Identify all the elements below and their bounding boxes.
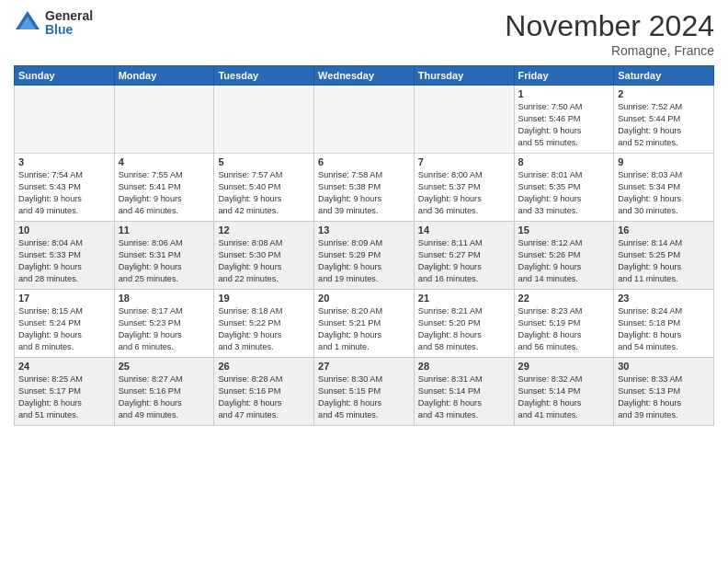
calendar-week-row: 17Sunrise: 8:15 AM Sunset: 5:24 PM Dayli… (15, 290, 714, 358)
calendar-week-row: 24Sunrise: 8:25 AM Sunset: 5:17 PM Dayli… (15, 358, 714, 426)
logo-blue-text: Blue (45, 23, 93, 37)
day-info: Sunrise: 8:30 AM Sunset: 5:15 PM Dayligh… (318, 373, 410, 421)
calendar-cell (414, 86, 514, 154)
calendar-cell: 27Sunrise: 8:30 AM Sunset: 5:15 PM Dayli… (314, 358, 415, 426)
day-number: 20 (318, 293, 410, 304)
calendar-cell: 2Sunrise: 7:52 AM Sunset: 5:44 PM Daylig… (614, 86, 714, 154)
subtitle: Romagne, France (505, 43, 714, 58)
day-info: Sunrise: 8:12 AM Sunset: 5:26 PM Dayligh… (518, 237, 610, 285)
calendar-cell: 12Sunrise: 8:08 AM Sunset: 5:30 PM Dayli… (214, 222, 314, 290)
day-number: 11 (119, 224, 210, 236)
day-info: Sunrise: 8:14 AM Sunset: 5:25 PM Dayligh… (618, 237, 710, 285)
logo-text: General Blue (45, 9, 93, 38)
calendar-cell: 14Sunrise: 8:11 AM Sunset: 5:27 PM Dayli… (414, 222, 514, 290)
day-info: Sunrise: 8:03 AM Sunset: 5:34 PM Dayligh… (618, 169, 710, 217)
day-info: Sunrise: 8:24 AM Sunset: 5:18 PM Dayligh… (618, 305, 710, 353)
day-number: 5 (218, 156, 310, 167)
day-info: Sunrise: 8:23 AM Sunset: 5:19 PM Dayligh… (518, 305, 610, 353)
calendar-cell: 19Sunrise: 8:18 AM Sunset: 5:22 PM Dayli… (214, 290, 314, 358)
day-info: Sunrise: 8:01 AM Sunset: 5:35 PM Dayligh… (518, 169, 610, 217)
day-number: 15 (518, 224, 610, 236)
day-number: 27 (318, 361, 410, 372)
day-info: Sunrise: 7:54 AM Sunset: 5:43 PM Dayligh… (18, 169, 110, 217)
calendar-header-row: SundayMondayTuesdayWednesdayThursdayFrid… (15, 66, 714, 86)
day-number: 26 (218, 361, 310, 372)
calendar-cell: 3Sunrise: 7:54 AM Sunset: 5:43 PM Daylig… (15, 154, 115, 222)
calendar-cell: 22Sunrise: 8:23 AM Sunset: 5:19 PM Dayli… (514, 290, 614, 358)
calendar-table: SundayMondayTuesdayWednesdayThursdayFrid… (14, 65, 714, 426)
day-number: 30 (618, 361, 710, 372)
day-info: Sunrise: 8:20 AM Sunset: 5:21 PM Dayligh… (318, 305, 410, 353)
calendar-cell: 18Sunrise: 8:17 AM Sunset: 5:23 PM Dayli… (114, 290, 214, 358)
day-info: Sunrise: 8:32 AM Sunset: 5:14 PM Dayligh… (518, 373, 610, 421)
day-number: 28 (418, 361, 510, 372)
day-number: 6 (318, 156, 410, 167)
day-number: 14 (418, 224, 510, 236)
calendar-cell: 4Sunrise: 7:55 AM Sunset: 5:41 PM Daylig… (114, 154, 214, 222)
day-number: 7 (418, 156, 510, 167)
day-info: Sunrise: 8:28 AM Sunset: 5:16 PM Dayligh… (218, 373, 310, 421)
column-header-thursday: Thursday (414, 66, 514, 86)
month-title: November 2024 (505, 9, 714, 43)
day-info: Sunrise: 7:55 AM Sunset: 5:41 PM Dayligh… (119, 169, 210, 217)
day-number: 2 (618, 88, 710, 99)
calendar-week-row: 1Sunrise: 7:50 AM Sunset: 5:46 PM Daylig… (15, 86, 714, 154)
calendar-cell: 29Sunrise: 8:32 AM Sunset: 5:14 PM Dayli… (514, 358, 614, 426)
day-info: Sunrise: 7:58 AM Sunset: 5:38 PM Dayligh… (318, 169, 410, 217)
day-info: Sunrise: 8:33 AM Sunset: 5:13 PM Dayligh… (618, 373, 710, 421)
day-number: 16 (618, 224, 710, 236)
day-info: Sunrise: 7:52 AM Sunset: 5:44 PM Dayligh… (618, 101, 710, 149)
day-info: Sunrise: 8:31 AM Sunset: 5:14 PM Dayligh… (418, 373, 510, 421)
day-info: Sunrise: 8:04 AM Sunset: 5:33 PM Dayligh… (18, 237, 110, 285)
calendar-cell: 1Sunrise: 7:50 AM Sunset: 5:46 PM Daylig… (514, 86, 614, 154)
calendar-cell: 23Sunrise: 8:24 AM Sunset: 5:18 PM Dayli… (614, 290, 714, 358)
calendar-cell (314, 86, 415, 154)
day-info: Sunrise: 8:08 AM Sunset: 5:30 PM Dayligh… (218, 237, 310, 285)
day-number: 24 (18, 361, 110, 372)
calendar-cell (15, 86, 115, 154)
logo: General Blue (14, 9, 93, 38)
calendar-cell: 9Sunrise: 8:03 AM Sunset: 5:34 PM Daylig… (614, 154, 714, 222)
day-info: Sunrise: 8:21 AM Sunset: 5:20 PM Dayligh… (418, 305, 510, 353)
day-info: Sunrise: 8:06 AM Sunset: 5:31 PM Dayligh… (119, 237, 210, 285)
day-number: 18 (119, 293, 210, 304)
logo-general-text: General (45, 9, 93, 23)
calendar-cell: 17Sunrise: 8:15 AM Sunset: 5:24 PM Dayli… (15, 290, 115, 358)
day-info: Sunrise: 7:57 AM Sunset: 5:40 PM Dayligh… (218, 169, 310, 217)
day-number: 25 (119, 361, 210, 372)
calendar-cell: 8Sunrise: 8:01 AM Sunset: 5:35 PM Daylig… (514, 154, 614, 222)
column-header-sunday: Sunday (15, 66, 115, 86)
header: General Blue November 2024 Romagne, Fran… (14, 9, 714, 58)
column-header-monday: Monday (114, 66, 214, 86)
day-number: 17 (18, 293, 110, 304)
logo-icon (14, 9, 41, 37)
column-header-tuesday: Tuesday (214, 66, 314, 86)
day-info: Sunrise: 8:25 AM Sunset: 5:17 PM Dayligh… (18, 373, 110, 421)
day-number: 9 (618, 156, 710, 167)
calendar-cell: 25Sunrise: 8:27 AM Sunset: 5:16 PM Dayli… (114, 358, 214, 426)
day-number: 1 (518, 88, 610, 99)
calendar-cell (214, 86, 314, 154)
day-number: 19 (218, 293, 310, 304)
day-info: Sunrise: 8:09 AM Sunset: 5:29 PM Dayligh… (318, 237, 410, 285)
day-info: Sunrise: 8:00 AM Sunset: 5:37 PM Dayligh… (418, 169, 510, 217)
calendar-cell: 16Sunrise: 8:14 AM Sunset: 5:25 PM Dayli… (614, 222, 714, 290)
calendar-cell: 10Sunrise: 8:04 AM Sunset: 5:33 PM Dayli… (15, 222, 115, 290)
calendar-cell: 5Sunrise: 7:57 AM Sunset: 5:40 PM Daylig… (214, 154, 314, 222)
day-number: 10 (18, 224, 110, 236)
page: General Blue November 2024 Romagne, Fran… (0, 0, 728, 563)
day-number: 8 (518, 156, 610, 167)
calendar-cell: 20Sunrise: 8:20 AM Sunset: 5:21 PM Dayli… (314, 290, 415, 358)
calendar-cell: 15Sunrise: 8:12 AM Sunset: 5:26 PM Dayli… (514, 222, 614, 290)
day-number: 23 (618, 293, 710, 304)
day-number: 29 (518, 361, 610, 372)
column-header-friday: Friday (514, 66, 614, 86)
day-number: 13 (318, 224, 410, 236)
calendar-cell: 26Sunrise: 8:28 AM Sunset: 5:16 PM Dayli… (214, 358, 314, 426)
day-info: Sunrise: 8:17 AM Sunset: 5:23 PM Dayligh… (119, 305, 210, 353)
day-number: 12 (218, 224, 310, 236)
column-header-wednesday: Wednesday (314, 66, 415, 86)
day-number: 3 (18, 156, 110, 167)
day-info: Sunrise: 7:50 AM Sunset: 5:46 PM Dayligh… (518, 101, 610, 149)
column-header-saturday: Saturday (614, 66, 714, 86)
